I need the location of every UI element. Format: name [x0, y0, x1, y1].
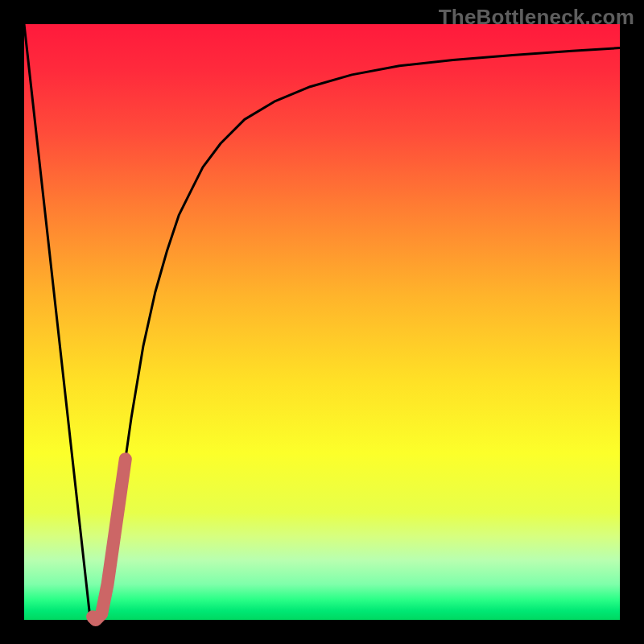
watermark-label: TheBottleneck.com: [439, 5, 634, 30]
chart-svg: [0, 0, 644, 644]
bottleneck-chart: TheBottleneck.com: [0, 0, 644, 644]
